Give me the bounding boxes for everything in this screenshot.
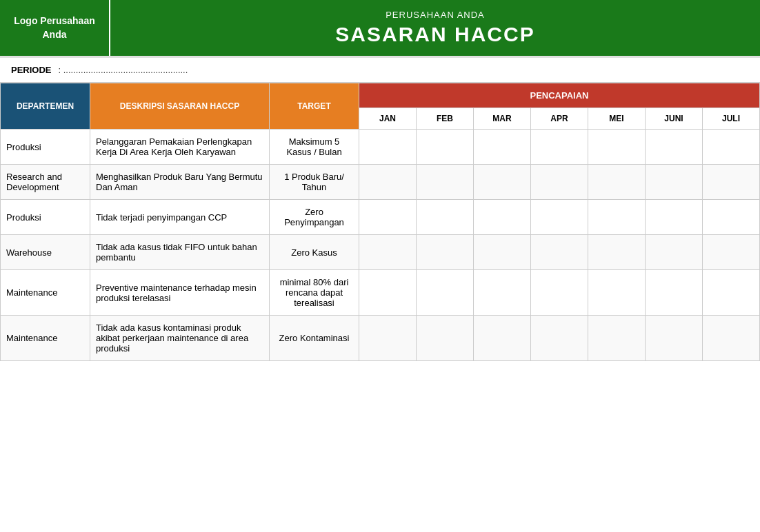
main-table-wrapper: DEPARTEMEN DESKRIPSI SASARAN HACCP TARGE… xyxy=(0,83,760,361)
col-header-jan: JAN xyxy=(359,108,417,130)
month-cell xyxy=(417,270,474,316)
month-cell xyxy=(703,130,760,165)
month-cell xyxy=(588,316,646,361)
month-cell xyxy=(474,130,531,165)
month-cell xyxy=(703,235,760,270)
table-body: ProduksiPelanggaran Pemakaian Perlengkap… xyxy=(1,130,760,361)
month-cell xyxy=(646,200,703,235)
month-cell xyxy=(417,200,474,235)
month-cell xyxy=(531,130,588,165)
desc-cell: Tidak ada kasus kontaminasi produk akiba… xyxy=(90,316,270,361)
page-header: Logo Perusahaan Anda PERUSAHAAN ANDA SAS… xyxy=(0,0,760,58)
table-row: MaintenanceTidak ada kasus kontaminasi p… xyxy=(1,316,760,361)
col-header-juni: JUNI xyxy=(646,108,703,130)
target-cell: Zero Kasus xyxy=(270,235,359,270)
header-title-area: PERUSAHAAN ANDA SASARAN HACCP xyxy=(110,0,760,56)
month-cell xyxy=(703,316,760,361)
month-cell xyxy=(359,235,417,270)
desc-cell: Preventive maintenance terhadap mesin pr… xyxy=(90,270,270,316)
company-subtitle: PERUSAHAAN ANDA xyxy=(386,10,485,20)
month-cell xyxy=(588,165,646,200)
haccp-table: DEPARTEMEN DESKRIPSI SASARAN HACCP TARGE… xyxy=(0,83,760,361)
periode-value: : ......................................… xyxy=(59,65,188,75)
col-header-departemen: DEPARTEMEN xyxy=(1,83,90,130)
month-cell xyxy=(588,235,646,270)
col-header-target: TARGET xyxy=(270,83,359,130)
target-cell: Zero Penyimpangan xyxy=(270,200,359,235)
table-row: WarehouseTidak ada kasus tidak FIFO untu… xyxy=(1,235,760,270)
target-cell: Zero Kontaminasi xyxy=(270,316,359,361)
desc-cell: Menghasilkan Produk Baru Yang Bermutu Da… xyxy=(90,165,270,200)
col-header-mei: MEI xyxy=(588,108,646,130)
col-header-deskripsi: DESKRIPSI SASARAN HACCP xyxy=(90,83,270,130)
month-cell xyxy=(359,316,417,361)
month-cell xyxy=(531,316,588,361)
month-cell xyxy=(474,200,531,235)
target-cell: 1 Produk Baru/ Tahun xyxy=(270,165,359,200)
target-cell: Maksimum 5 Kasus / Bulan xyxy=(270,130,359,165)
month-cell xyxy=(646,316,703,361)
month-cell xyxy=(646,165,703,200)
month-cell xyxy=(588,130,646,165)
month-cell xyxy=(474,270,531,316)
dept-cell: Warehouse xyxy=(1,235,90,270)
month-cell xyxy=(531,270,588,316)
dept-cell: Produksi xyxy=(1,130,90,165)
dept-cell: Produksi xyxy=(1,200,90,235)
month-cell xyxy=(359,130,417,165)
month-cell xyxy=(588,270,646,316)
col-header-mar: MAR xyxy=(474,108,531,130)
document-title: SASARAN HACCP xyxy=(335,23,534,46)
periode-label: PERIODE xyxy=(11,65,52,75)
dept-cell: Maintenance xyxy=(1,270,90,316)
month-cell xyxy=(474,316,531,361)
month-cell xyxy=(646,130,703,165)
month-cell xyxy=(359,165,417,200)
col-header-pencapaian: PENCAPAIAN xyxy=(359,83,760,108)
desc-cell: Tidak ada kasus tidak FIFO untuk bahan p… xyxy=(90,235,270,270)
dept-cell: Research and Development xyxy=(1,165,90,200)
table-row: ProduksiPelanggaran Pemakaian Perlengkap… xyxy=(1,130,760,165)
month-cell xyxy=(588,200,646,235)
target-cell: minimal 80% dari rencana dapat terealisa… xyxy=(270,270,359,316)
dept-cell: Maintenance xyxy=(1,316,90,361)
col-header-apr: APR xyxy=(531,108,588,130)
month-cell xyxy=(417,130,474,165)
month-cell xyxy=(417,316,474,361)
desc-cell: Tidak terjadi penyimpangan CCP xyxy=(90,200,270,235)
month-cell xyxy=(646,235,703,270)
month-cell xyxy=(417,235,474,270)
company-logo: Logo Perusahaan Anda xyxy=(0,0,110,56)
month-cell xyxy=(646,270,703,316)
month-cell xyxy=(703,270,760,316)
month-cell xyxy=(531,200,588,235)
table-row: MaintenancePreventive maintenance terhad… xyxy=(1,270,760,316)
desc-cell: Pelanggaran Pemakaian Perlengkapan Kerja… xyxy=(90,130,270,165)
month-cell xyxy=(703,200,760,235)
table-row: ProduksiTidak terjadi penyimpangan CCPZe… xyxy=(1,200,760,235)
periode-row: PERIODE : ..............................… xyxy=(0,58,760,83)
table-row: Research and DevelopmentMenghasilkan Pro… xyxy=(1,165,760,200)
month-cell xyxy=(359,200,417,235)
month-cell xyxy=(531,165,588,200)
month-cell xyxy=(417,165,474,200)
table-header-row-1: DEPARTEMEN DESKRIPSI SASARAN HACCP TARGE… xyxy=(1,83,760,108)
month-cell xyxy=(703,165,760,200)
month-cell xyxy=(474,165,531,200)
month-cell xyxy=(359,270,417,316)
month-cell xyxy=(474,235,531,270)
col-header-juli: JULI xyxy=(703,108,760,130)
month-cell xyxy=(531,235,588,270)
col-header-feb: FEB xyxy=(417,108,474,130)
logo-text: Logo Perusahaan Anda xyxy=(7,14,102,41)
